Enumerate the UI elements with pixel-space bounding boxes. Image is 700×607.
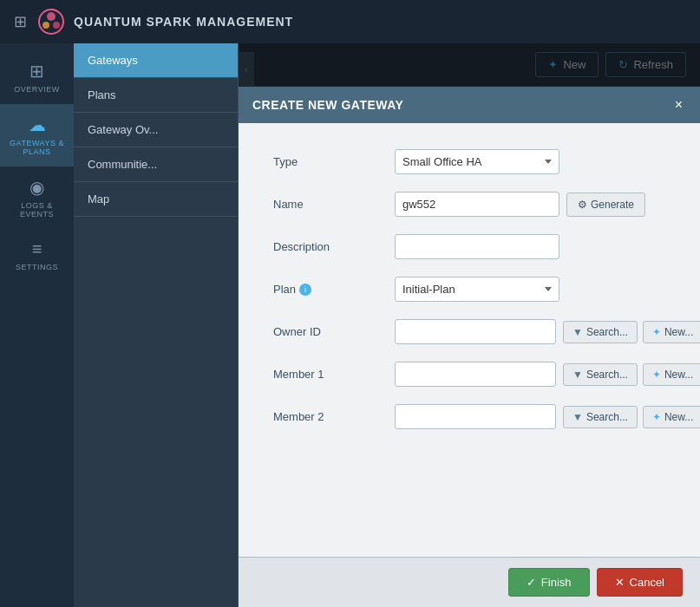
generate-icon: ⚙ bbox=[578, 199, 587, 211]
member2-label: Member 2 bbox=[273, 410, 395, 423]
logo: QUANTUM SPARK MANAGEMENT bbox=[37, 8, 293, 36]
member2-row: Member 2 ▼ Search... ✦ New... bbox=[273, 404, 665, 429]
sidebar-overview-label: OVERVIEW bbox=[14, 85, 59, 94]
nav-gateways[interactable]: Gateways bbox=[74, 43, 238, 78]
member2-search-button[interactable]: ▼ Search... bbox=[563, 406, 638, 428]
owner-id-new-button[interactable]: ✦ New... bbox=[643, 321, 700, 343]
member1-search-button[interactable]: ▼ Search... bbox=[563, 363, 638, 386]
plan-select[interactable]: Initial-Plan Plan A Plan B bbox=[395, 277, 559, 302]
x-icon: ✕ bbox=[615, 576, 625, 589]
grid-icon: ⊞ bbox=[14, 12, 27, 31]
description-label: Description bbox=[273, 240, 395, 253]
description-row: Description bbox=[273, 234, 665, 259]
settings-icon: ≡ bbox=[32, 239, 43, 259]
app-title: QUANTUM SPARK MANAGEMENT bbox=[74, 15, 293, 29]
overview-icon: ⊞ bbox=[29, 61, 44, 82]
type-select[interactable]: Small Office HA Small Office Enterprise … bbox=[395, 149, 559, 174]
check-icon: ✓ bbox=[527, 576, 536, 589]
modal-header: CREATE NEW GATEWAY × bbox=[239, 87, 700, 123]
filter2-icon: ▼ bbox=[572, 369, 583, 381]
sidebar-item-gateways[interactable]: ☁ GATEWAYS & PLANS bbox=[0, 104, 74, 166]
type-label: Type bbox=[273, 155, 395, 168]
name-label: Name bbox=[273, 198, 395, 211]
owner-new-star-icon: ✦ bbox=[652, 326, 661, 338]
member2-input[interactable] bbox=[395, 404, 556, 429]
sidebar-settings-label: SETTINGS bbox=[16, 263, 58, 271]
sidebar-logs-label: LOGS & EVENTS bbox=[3, 201, 70, 219]
nav-gateway-overview[interactable]: Gateway Ov... bbox=[74, 113, 238, 147]
member1-new-button[interactable]: ✦ New... bbox=[643, 363, 700, 386]
modal-body: Type Small Office HA Small Office Enterp… bbox=[239, 123, 700, 557]
sidebar-item-overview[interactable]: ⊞ OVERVIEW bbox=[0, 50, 74, 104]
member2-new-star-icon: ✦ bbox=[652, 411, 661, 423]
plan-label: Plan i bbox=[273, 283, 395, 296]
content-area: ✦ New ↻ Refresh CREATE NEW GATEWAY × bbox=[239, 43, 700, 607]
sidebar-gateways-label: GATEWAYS & PLANS bbox=[3, 139, 70, 156]
sidebar-item-logs[interactable]: ◉ LOGS & EVENTS bbox=[0, 166, 74, 229]
generate-button[interactable]: ⚙ Generate bbox=[566, 193, 645, 217]
nav-communities[interactable]: Communitie... bbox=[74, 147, 238, 182]
member1-input[interactable] bbox=[395, 362, 556, 387]
type-row: Type Small Office HA Small Office Enterp… bbox=[273, 149, 665, 174]
modal-close-button[interactable]: × bbox=[671, 97, 686, 113]
secondary-sidebar: Gateways Plans Gateway Ov... Communitie.… bbox=[74, 43, 239, 607]
member1-row: Member 1 ▼ Search... ✦ New... bbox=[273, 362, 665, 387]
owner-id-row: Owner ID ▼ Search... ✦ New... bbox=[273, 319, 665, 344]
logo-icon bbox=[37, 8, 65, 36]
owner-id-label: Owner ID bbox=[273, 325, 395, 338]
finish-button[interactable]: ✓ Finish bbox=[508, 568, 590, 597]
nav-plans[interactable]: Plans bbox=[74, 78, 238, 113]
svg-point-1 bbox=[47, 12, 56, 21]
top-bar: ⊞ QUANTUM SPARK MANAGEMENT bbox=[0, 0, 700, 43]
name-row: Name ⚙ Generate bbox=[273, 192, 665, 217]
plan-row: Plan i Initial-Plan Plan A Plan B bbox=[273, 277, 665, 302]
gateways-icon: ☁ bbox=[29, 114, 46, 135]
filter-icon: ▼ bbox=[572, 326, 583, 338]
cancel-button[interactable]: ✕ Cancel bbox=[597, 568, 683, 597]
main-layout: ⊞ OVERVIEW ☁ GATEWAYS & PLANS ◉ LOGS & E… bbox=[0, 43, 700, 607]
owner-id-search-button[interactable]: ▼ Search... bbox=[563, 321, 638, 343]
name-input-group: ⚙ Generate bbox=[395, 192, 645, 217]
owner-id-buttons: ▼ Search... ✦ New... bbox=[563, 321, 700, 343]
description-input[interactable] bbox=[395, 234, 559, 259]
plan-info-icon[interactable]: i bbox=[299, 284, 311, 296]
modal-footer: ✓ Finish ✕ Cancel bbox=[239, 557, 700, 607]
member1-buttons: ▼ Search... ✦ New... bbox=[563, 363, 700, 386]
create-gateway-modal: CREATE NEW GATEWAY × Type Small Office H… bbox=[239, 87, 700, 607]
logs-icon: ◉ bbox=[29, 177, 44, 198]
sidebar: ⊞ OVERVIEW ☁ GATEWAYS & PLANS ◉ LOGS & E… bbox=[0, 43, 74, 607]
svg-point-2 bbox=[43, 22, 49, 29]
modal-overlay: CREATE NEW GATEWAY × Type Small Office H… bbox=[239, 43, 700, 607]
name-input[interactable] bbox=[395, 192, 559, 217]
member2-new-button[interactable]: ✦ New... bbox=[643, 406, 700, 428]
member1-label: Member 1 bbox=[273, 368, 395, 381]
sidebar-item-settings[interactable]: ≡ SETTINGS bbox=[0, 229, 74, 282]
member1-new-star-icon: ✦ bbox=[652, 369, 661, 381]
owner-id-input[interactable] bbox=[395, 319, 556, 344]
modal-title: CREATE NEW GATEWAY bbox=[252, 98, 403, 112]
member2-buttons: ▼ Search... ✦ New... bbox=[563, 406, 700, 428]
svg-point-3 bbox=[53, 22, 60, 29]
nav-map[interactable]: Map bbox=[74, 182, 238, 217]
filter3-icon: ▼ bbox=[572, 411, 583, 423]
